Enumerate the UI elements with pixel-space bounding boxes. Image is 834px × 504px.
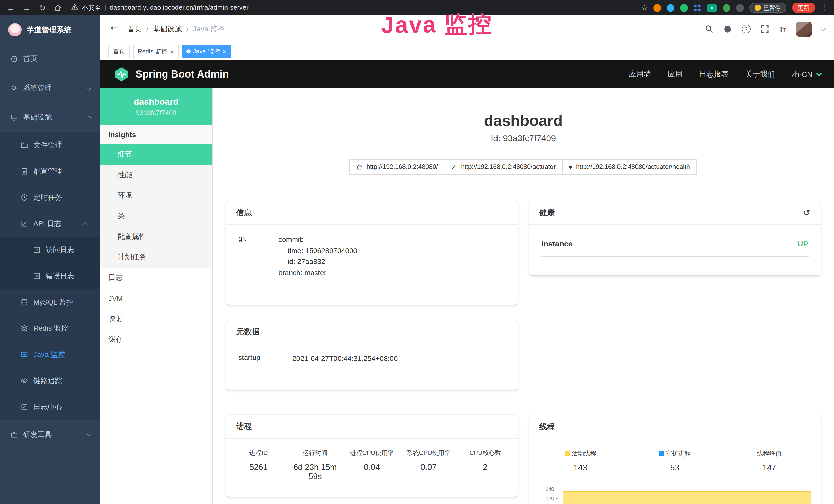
stat-system-cpu: 系统CPU使用率 0.07 [400, 449, 457, 481]
search-icon[interactable] [705, 25, 714, 33]
hamburger-icon[interactable] [109, 23, 119, 35]
chevron-down-icon [816, 71, 822, 76]
fullscreen-icon[interactable] [760, 25, 769, 33]
sba-item-classes[interactable]: 类 [100, 206, 212, 226]
sba-item-mappings[interactable]: 映射 [100, 308, 212, 329]
sidebar-item-label: 错误日志 [46, 271, 74, 281]
address-divider: | [105, 4, 106, 11]
sba-item-environment[interactable]: 环境 [100, 185, 212, 206]
sidebar-item-trace[interactable]: 链路追踪 [0, 368, 100, 394]
git-id-line: id: 27aa832 [279, 256, 505, 268]
github-icon[interactable] [723, 25, 732, 33]
sidebar-item-system[interactable]: 系统管理 [0, 73, 100, 103]
close-icon[interactable]: × [170, 48, 174, 55]
app-logo-row[interactable]: 芋道管理系统 [0, 16, 100, 44]
active-tab-dot [186, 49, 190, 53]
url-text[interactable]: dashboard.yudao.iocoder.cn/infra/admin-s… [110, 4, 249, 11]
tab-redis-monitor[interactable]: Redis 监控 × [133, 45, 178, 58]
sidebar-item-config[interactable]: 配置管理 [0, 158, 100, 184]
sba-body: dashboard 93a3fc7f7409 Insights 细节 性能 环境… [100, 88, 834, 504]
threads-chart: 140 120 100 [541, 478, 812, 504]
sba-item-details[interactable]: 细节 [100, 144, 212, 165]
metadata-value: 2021-04-27T00:44:31.254+08:00 [292, 353, 505, 371]
stat-value: 0.04 [344, 463, 400, 472]
sidebar-item-home[interactable]: 首页 [0, 44, 100, 73]
health-card-body: Instance UP [529, 225, 821, 275]
instance-name: dashboard [134, 97, 178, 107]
sba-item-config-props[interactable]: 配置属性 [100, 226, 212, 247]
sidebar-item-scheduler[interactable]: 定时任务 [0, 184, 100, 210]
bookmark-star-icon[interactable]: ☆ [641, 4, 648, 12]
live-threads-legend-swatch [564, 451, 569, 456]
instance-header[interactable]: dashboard 93a3fc7f7409 [100, 88, 212, 125]
tab-java-monitor[interactable]: Java 监控 × [182, 45, 231, 58]
devtools-icon [10, 431, 18, 438]
sidebar-item-redis[interactable]: Redis 监控 [0, 315, 100, 342]
infrastructure-icon [10, 113, 18, 121]
health-url-link[interactable]: ♥ http://192.168.0.2:48080/actuator/heal… [562, 159, 697, 175]
green-extension-icon[interactable] [680, 4, 688, 12]
app-title: 芋道管理系统 [27, 25, 71, 35]
paused-badge[interactable]: 已暂停 [749, 3, 786, 13]
sba-item-scheduled-tasks[interactable]: 计划任务 [100, 247, 212, 268]
java-monitor-icon [21, 351, 28, 359]
fox-extension-icon[interactable] [654, 4, 661, 12]
stat-label: 系统CPU使用率 [400, 449, 457, 458]
sba-item-metrics[interactable]: 性能 [100, 165, 212, 185]
grid-extension-icon[interactable] [694, 4, 701, 12]
sba-item-jvm[interactable]: JVM [100, 288, 212, 308]
browser-menu-icon[interactable]: ⋮ [821, 4, 828, 12]
browser-actions: ☆ on 已暂停 更新 ⋮ [641, 3, 828, 13]
update-button[interactable]: 更新 [792, 3, 815, 13]
browser-home-icon[interactable] [54, 4, 62, 12]
sidebar-item-error-log[interactable]: 错误日志 [0, 263, 100, 289]
sba-brand[interactable]: Spring Boot Admin [136, 68, 229, 80]
sidebar-item-api-log[interactable]: API 日志 [0, 210, 100, 237]
address-bar[interactable]: 不安全 | dashboard.yudao.iocoder.cn/infra/a… [71, 3, 249, 12]
font-size-icon[interactable]: TT [779, 25, 786, 33]
stat-peak-threads: 线程峰值 147 [722, 449, 816, 473]
sba-nav-applications[interactable]: 应用 [667, 69, 682, 79]
git-time-line: time: 1596289704000 [279, 245, 505, 256]
sba-item-caches[interactable]: 缓存 [100, 329, 212, 350]
breadcrumb-infra[interactable]: 基础设施 [153, 24, 182, 33]
health-card-header: 健康 ↺ [529, 201, 821, 225]
sidebar-item-access-log[interactable]: 访问日志 [0, 237, 100, 263]
sidebar-item-infra[interactable]: 基础设施 [0, 103, 100, 132]
sidebar-item-log-center[interactable]: 日志中心 [0, 394, 100, 420]
stat-value: 53 [628, 463, 722, 473]
sba-nav-about[interactable]: 关于我们 [745, 69, 775, 79]
service-url-link[interactable]: http://192.168.0.2:48080/ [350, 159, 445, 175]
user-avatar[interactable] [796, 21, 811, 37]
bug-extension-icon[interactable] [736, 4, 744, 12]
forward-icon[interactable]: → [22, 4, 31, 12]
reload-icon[interactable]: ↻ [38, 4, 47, 12]
tab-home[interactable]: 首页 [108, 45, 130, 58]
leaf-extension-icon[interactable] [723, 4, 730, 12]
tab-label: Java 监控 [193, 47, 220, 56]
log-center-icon [21, 403, 28, 411]
sba-item-logs[interactable]: 日志 [100, 268, 212, 288]
file-icon [21, 141, 28, 149]
sidebar-item-java-monitor[interactable]: Java 监控 [0, 342, 100, 368]
close-icon[interactable]: × [223, 48, 226, 55]
sidebar-item-mysql[interactable]: MySQL 监控 [0, 289, 100, 315]
actuator-url-link[interactable]: http://192.168.0.2:48080/actuator [444, 159, 562, 175]
chevron-down-icon [87, 85, 92, 90]
back-icon[interactable]: ← [6, 4, 16, 12]
spring-boot-admin: Spring Boot Admin 应用墙 应用 日志报表 关于我们 zh-CN [100, 60, 834, 504]
drop-extension-icon[interactable] [667, 4, 675, 12]
breadcrumb-home[interactable]: 首页 [127, 24, 142, 33]
spring-boot-admin-logo [113, 66, 129, 82]
locale-select[interactable]: zh-CN [791, 70, 821, 78]
history-icon[interactable]: ↺ [803, 207, 811, 218]
sba-nav-journal[interactable]: 日志报表 [699, 69, 729, 79]
sidebar-item-files[interactable]: 文件管理 [0, 132, 100, 158]
sidebar-item-devtools[interactable]: 研发工具 [0, 420, 100, 449]
help-icon[interactable]: ? [742, 25, 750, 33]
on-badge-extension-icon[interactable]: on [707, 4, 717, 12]
avatar-caret-icon[interactable] [820, 26, 826, 31]
stat-value: 2 [457, 463, 514, 472]
sba-nav-wallboard[interactable]: 应用墙 [629, 69, 651, 79]
stat-value: 6d 23h 15m 59s [287, 463, 344, 481]
